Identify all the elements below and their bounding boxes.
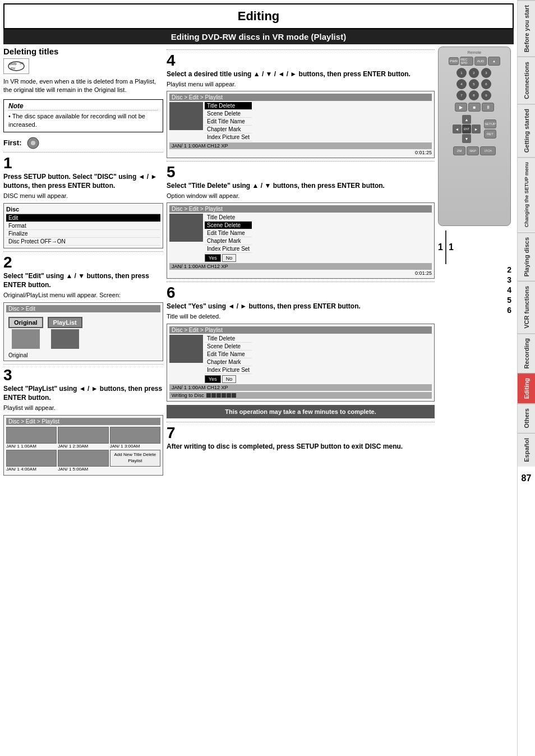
tab-getting-started[interactable]: Getting started bbox=[518, 104, 535, 157]
step6-screen-inner: Title Delete Scene Delete Edit Title Nam… bbox=[169, 335, 432, 383]
playlist-thumb-5 bbox=[58, 450, 108, 467]
step1-desc: DISC menu will appear. bbox=[3, 192, 163, 200]
down-btn[interactable]: ▼ bbox=[462, 134, 471, 143]
step1-screen: Disc Edit Format Finalize Disc Protect O… bbox=[3, 203, 163, 248]
step4-divider bbox=[167, 49, 435, 50]
open-close-btn[interactable]: ▲ bbox=[488, 57, 500, 66]
zoom-btn[interactable]: ZM bbox=[453, 146, 465, 155]
step2-divider bbox=[3, 251, 163, 252]
num8-btn[interactable]: 8 bbox=[469, 90, 479, 100]
step1-section: 1 Press SETUP button. Select "DISC" usin… bbox=[3, 155, 163, 248]
step6-menu: Title Delete Scene Delete Edit Title Nam… bbox=[205, 335, 252, 383]
play-btn[interactable]: ▶ bbox=[455, 103, 467, 112]
playlist-add-cell[interactable]: Add New Title Delete Playlist bbox=[110, 450, 160, 467]
enter-btn[interactable]: ENT bbox=[462, 125, 471, 133]
tab-others[interactable]: Others bbox=[518, 403, 535, 432]
step6-number: 6 bbox=[167, 285, 435, 301]
tab-playing-discs[interactable]: Playing discs bbox=[518, 232, 535, 281]
indicator-1: 1 bbox=[438, 242, 443, 252]
play-stop-row: ▶ ■ ⏸ bbox=[455, 103, 494, 112]
step6-menu-title-delete: Title Delete bbox=[205, 335, 252, 343]
tab-changing-setup[interactable]: Changing the SETUP menu bbox=[518, 157, 535, 232]
step5-time: 0:01:25 bbox=[169, 270, 432, 276]
step5-menu-scene-delete: Scene Delete bbox=[205, 222, 252, 229]
remote-label: Remote bbox=[468, 50, 482, 54]
svg-text:VR: VR bbox=[20, 62, 24, 65]
power-btn[interactable]: PWR bbox=[449, 57, 459, 65]
step3-screen: Disc > Edit > Playlist JAN/ 1 1:00AM JAN… bbox=[3, 415, 163, 476]
wblock-3 bbox=[216, 393, 221, 398]
step6-yes-btn[interactable]: Yes bbox=[205, 375, 221, 383]
step5-footer: JAN/ 1 1:00AM CH12 XP bbox=[169, 263, 432, 270]
num5-btn[interactable]: 5 bbox=[469, 79, 479, 89]
step4-thumbnail bbox=[169, 102, 203, 130]
step7-divider bbox=[167, 422, 435, 422]
step6-screen-title: Disc > Edit > Playlist bbox=[169, 326, 432, 334]
playlist-thumb-4 bbox=[6, 450, 57, 467]
wblock-1 bbox=[206, 393, 211, 398]
stop-btn[interactable]: ■ bbox=[468, 103, 481, 112]
step4-menu-edit-title: Edit Title Name bbox=[205, 118, 252, 126]
up-btn[interactable]: ▲ bbox=[462, 115, 471, 124]
side-btns: SETUP RET bbox=[484, 119, 496, 139]
step6-section: 6 Select "Yes" using ◄ / ► buttons, then… bbox=[167, 285, 435, 401]
step5-yes-no: Yes No bbox=[205, 254, 252, 262]
step5-no-btn[interactable]: No bbox=[222, 254, 237, 262]
indicator-6: 6 bbox=[438, 306, 511, 315]
step1-menu-edit: Edit bbox=[6, 214, 160, 222]
step3-divider bbox=[3, 364, 163, 365]
step1-title: Press SETUP button. Select "DISC" using … bbox=[3, 172, 163, 191]
pause-btn[interactable]: ⏸ bbox=[482, 103, 494, 112]
wblock-5 bbox=[227, 393, 231, 398]
playlist-grid: JAN/ 1 1:00AM JAN/ 1 2:30AM JAN/ 1 3:00A… bbox=[6, 427, 160, 472]
original-thumbnail bbox=[12, 329, 40, 349]
indicator-5: 5 bbox=[438, 296, 511, 305]
playlist-btn[interactable]: PlayList bbox=[48, 317, 82, 328]
return-btn[interactable]: RET bbox=[484, 130, 496, 139]
step4-menu-title-delete: Title Delete bbox=[205, 102, 252, 110]
num3-btn[interactable]: 3 bbox=[481, 68, 491, 78]
skip-btn[interactable]: SKP bbox=[467, 146, 479, 155]
audio-btn[interactable]: AUD bbox=[474, 57, 487, 66]
playlist-cell-2: JAN/ 1 2:30AM bbox=[58, 427, 108, 449]
num6-btn[interactable]: 6 bbox=[481, 79, 491, 89]
tab-before-you-start[interactable]: Before you start bbox=[518, 0, 535, 57]
right-column: Remote PWR REC SPD AUD ▲ 1 2 3 4 5 6 7 bbox=[438, 47, 514, 478]
num2-btn[interactable]: 2 bbox=[469, 68, 479, 78]
setup-btn[interactable]: SETUP bbox=[484, 119, 496, 128]
step5-yes-btn[interactable]: Yes bbox=[205, 254, 221, 262]
tab-vcr-functions[interactable]: VCR functions bbox=[518, 281, 535, 333]
step6-desc: Title will be deleted. bbox=[167, 312, 435, 321]
step-indicators: 1 1 2 3 4 5 6 bbox=[438, 231, 514, 315]
num9-btn[interactable]: 9 bbox=[481, 90, 491, 100]
note-box: Note • The disc space available for reco… bbox=[3, 99, 163, 132]
tab-espanol[interactable]: Español bbox=[518, 433, 535, 467]
left-column: Deleting titles DVD -RW VR In VR mode, e… bbox=[3, 47, 163, 478]
num4-btn[interactable]: 4 bbox=[456, 79, 467, 89]
step5-screen-inner: Title Delete Scene Delete Edit Title Nam… bbox=[169, 214, 432, 262]
step7-number: 7 bbox=[167, 425, 435, 441]
step5-menu-title-delete: Title Delete bbox=[205, 214, 252, 222]
original-btn[interactable]: Original bbox=[8, 317, 43, 328]
num7-btn[interactable]: 7 bbox=[456, 90, 467, 100]
tab-recording[interactable]: Recording bbox=[518, 333, 535, 373]
right-btn[interactable]: ► bbox=[472, 125, 481, 133]
step6-yes-no: Yes No bbox=[205, 375, 252, 383]
rec-speed-btn[interactable]: REC SPD bbox=[460, 57, 473, 66]
tab-editing[interactable]: Editing bbox=[518, 373, 535, 403]
indicator-4: 4 bbox=[438, 285, 511, 294]
dpad-area: ▲ ◄ ENT ► ▼ SETUP RET bbox=[453, 115, 496, 143]
note-title: Note bbox=[8, 102, 158, 110]
step1-menu-format: Format bbox=[6, 222, 160, 230]
num1-btn[interactable]: 1 bbox=[456, 68, 467, 78]
extra-btns: ZM SKP 1TCH bbox=[453, 146, 496, 155]
step6-no-btn[interactable]: No bbox=[222, 375, 237, 383]
playlist-cell-1: JAN/ 1 1:00AM bbox=[6, 427, 57, 449]
one-touch-btn[interactable]: 1TCH bbox=[480, 146, 496, 155]
playlist-thumb-2 bbox=[58, 427, 108, 444]
intro-text: In VR mode, even when a title is deleted… bbox=[3, 77, 163, 95]
playlist-thumb-3 bbox=[110, 427, 160, 444]
sidebar-right: Before you start Connections Getting sta… bbox=[517, 0, 535, 756]
tab-connections[interactable]: Connections bbox=[518, 57, 535, 104]
left-btn[interactable]: ◄ bbox=[453, 125, 462, 133]
